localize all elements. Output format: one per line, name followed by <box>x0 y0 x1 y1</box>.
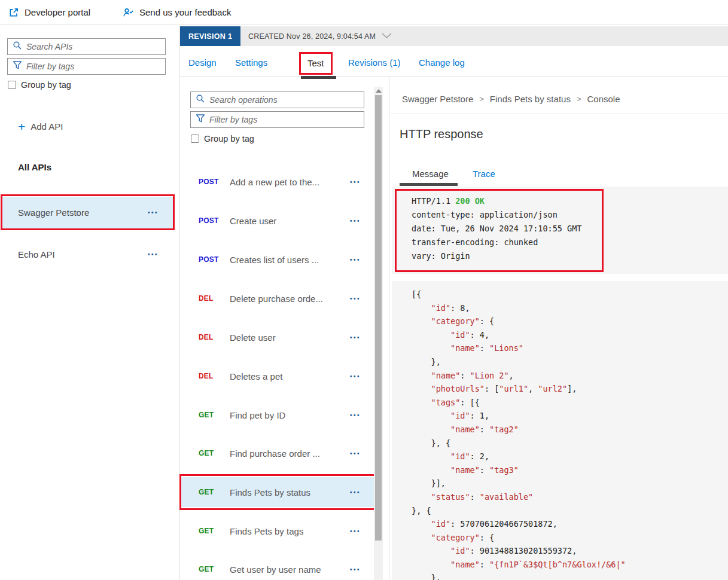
feedback-person-icon <box>123 7 134 18</box>
op-name: Get user by user name <box>230 564 350 575</box>
scrollbar-up-arrow-icon[interactable] <box>376 89 382 93</box>
operation-row[interactable]: GET Finds Pets by tags ••• <box>180 519 374 543</box>
op-method: DEL <box>199 333 230 341</box>
breadcrumb-separator: > <box>479 94 484 103</box>
breadcrumb-console: Console <box>587 94 620 104</box>
op-name: Finds Pets by tags <box>230 526 350 536</box>
search-apis-field <box>7 38 166 55</box>
op-method: GET <box>199 565 230 573</box>
more-options-icon[interactable]: ••• <box>350 334 361 341</box>
op-method: DEL <box>199 372 230 380</box>
breadcrumb: Swagger Petstore > Finds Pets by status … <box>402 94 620 104</box>
group-by-tag-label: Group by tag <box>21 80 71 90</box>
filter-operations-input[interactable] <box>205 112 364 127</box>
revision-created: CREATED Nov 26, 2024, 9:04:54 AM <box>248 26 392 46</box>
feedback-link[interactable]: Send us your feedback <box>123 0 231 25</box>
op-name: Create user <box>230 216 350 226</box>
chevron-down-icon[interactable] <box>382 32 392 41</box>
revision-badge: REVISION 1 <box>180 26 240 46</box>
operation-row[interactable]: GET Find pet by ID ••• <box>180 403 374 427</box>
developer-portal-label: Developer portal <box>25 7 90 17</box>
op-name: Finds Pets by status <box>230 487 350 497</box>
op-name: Deletes a pet <box>230 371 350 381</box>
op-name: Delete user <box>230 332 350 343</box>
op-method: GET <box>199 488 230 496</box>
operation-row[interactable]: POST Create user ••• <box>180 209 374 233</box>
more-options-icon[interactable]: ••• <box>148 209 159 216</box>
operation-row[interactable]: DEL Delete user ••• <box>180 325 374 349</box>
api-name: Echo API <box>18 249 148 260</box>
apim-test-console: Developer portal Send us your feedback <box>0 0 728 580</box>
operation-row-selected[interactable]: GET Finds Pets by status ••• <box>180 477 374 507</box>
all-apis-heading: All APIs <box>18 162 51 172</box>
operation-row[interactable]: GET Find purchase order ... ••• <box>180 441 374 465</box>
more-options-icon[interactable]: ••• <box>350 566 361 573</box>
add-api-label: Add API <box>31 121 63 132</box>
add-api-button[interactable]: + Add API <box>18 121 63 132</box>
group-by-tag-checkbox[interactable] <box>191 135 199 143</box>
search-icon <box>8 41 22 53</box>
more-options-icon[interactable]: ••• <box>350 528 361 535</box>
plus-icon: + <box>18 122 25 132</box>
top-bar: Developer portal Send us your feedback <box>0 0 728 25</box>
developer-portal-link[interactable]: Developer portal <box>8 0 90 25</box>
breadcrumb-operation[interactable]: Finds Pets by status <box>490 94 571 104</box>
operation-row[interactable]: POST Creates list of users ... ••• <box>180 248 374 271</box>
op-name: Delete purchase orde... <box>230 294 350 304</box>
op-name: Add a new pet to the... <box>230 177 350 187</box>
more-options-icon[interactable]: ••• <box>350 489 361 496</box>
op-method: GET <box>199 449 230 457</box>
api-item-echo-api[interactable]: Echo API ••• <box>2 239 174 270</box>
breadcrumb-divider <box>389 114 728 114</box>
filter-funnel-icon <box>8 60 22 72</box>
tab-change-log[interactable]: Change log <box>419 57 465 68</box>
tab-revisions[interactable]: Revisions (1) <box>348 57 401 68</box>
search-operations-field <box>190 91 364 108</box>
active-tab-underline <box>301 76 336 79</box>
feedback-label: Send us your feedback <box>139 7 231 17</box>
filter-operations-field <box>190 111 364 128</box>
more-options-icon[interactable]: ••• <box>148 251 159 258</box>
operations-group-by-tag: Group by tag <box>191 134 254 144</box>
more-options-icon[interactable]: ••• <box>350 295 361 302</box>
http-response-title: HTTP response <box>400 127 483 141</box>
filter-apis-input[interactable] <box>22 59 165 74</box>
filter-funnel-icon <box>191 114 205 126</box>
more-options-icon[interactable]: ••• <box>350 450 361 457</box>
operations-scrollbar-thumb[interactable] <box>375 95 382 541</box>
more-options-icon[interactable]: ••• <box>350 257 361 263</box>
operation-row[interactable]: POST Add a new pet to the... ••• <box>180 170 374 194</box>
op-name: Find purchase order ... <box>230 448 350 459</box>
more-options-icon[interactable]: ••• <box>350 218 361 224</box>
op-method: POST <box>199 178 230 186</box>
op-method: GET <box>199 411 230 419</box>
breadcrumb-separator: > <box>577 94 581 103</box>
operation-row[interactable]: DEL Deletes a pet ••• <box>180 364 374 388</box>
api-name: Swagger Petstore <box>18 207 148 218</box>
search-apis-input[interactable] <box>22 39 165 54</box>
tab-design[interactable]: Design <box>188 57 217 68</box>
op-method: DEL <box>199 294 230 303</box>
operation-row[interactable]: GET Get user by user name ••• <box>180 557 374 580</box>
tab-trace[interactable]: Trace <box>473 169 495 179</box>
breadcrumb-api[interactable]: Swagger Petstore <box>402 94 473 104</box>
api-item-swagger-petstore[interactable]: Swagger Petstore ••• <box>2 197 174 228</box>
response-body-json: [{ "id": 8, "category": { "id": 4, "name… <box>392 281 728 580</box>
more-options-icon[interactable]: ••• <box>350 373 361 380</box>
response-headers: HTTP/1.1 200 OKcontent-type: application… <box>392 187 728 274</box>
revision-created-label: CREATED Nov 26, 2024, 9:04:54 AM <box>248 32 376 41</box>
more-options-icon[interactable]: ••• <box>350 412 361 419</box>
more-options-icon[interactable]: ••• <box>350 179 361 185</box>
op-method: POST <box>199 216 230 225</box>
tab-test[interactable]: Test <box>299 52 333 75</box>
operations-divider <box>389 77 389 580</box>
search-icon <box>191 94 205 106</box>
tab-settings[interactable]: Settings <box>235 57 267 68</box>
search-operations-input[interactable] <box>205 93 364 107</box>
message-tab-underline <box>400 183 458 186</box>
group-by-tag-checkbox[interactable] <box>8 81 16 89</box>
operation-row[interactable]: DEL Delete purchase orde... ••• <box>180 286 374 310</box>
op-name: Creates list of users ... <box>230 255 350 265</box>
op-name: Find pet by ID <box>230 410 350 420</box>
tab-message[interactable]: Message <box>412 169 449 179</box>
